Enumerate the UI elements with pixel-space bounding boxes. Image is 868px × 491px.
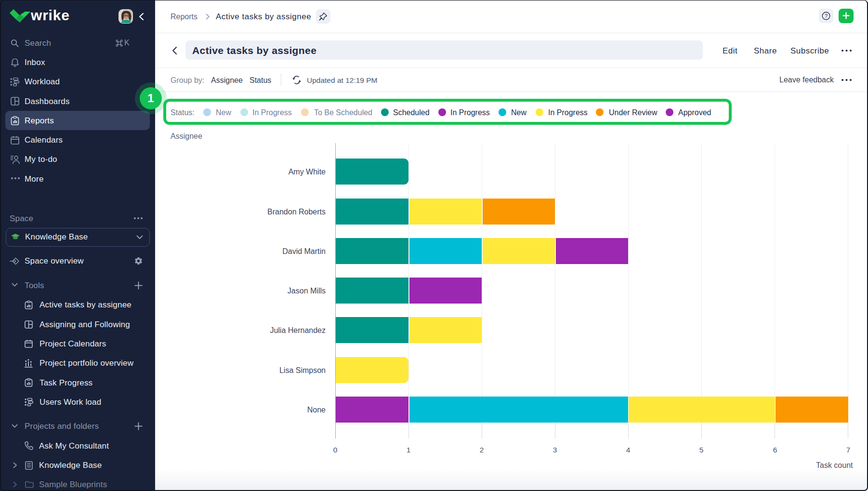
svg-text:?: ? <box>825 13 828 19</box>
